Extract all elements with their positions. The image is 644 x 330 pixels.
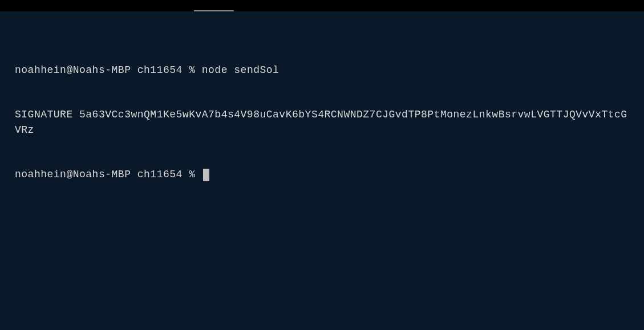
titlebar-tab-underline xyxy=(194,10,234,11)
shell-prompt: noahhein@Noahs-MBP ch11654 % xyxy=(15,169,202,180)
terminal-cursor[interactable] xyxy=(203,169,209,181)
window-titlebar xyxy=(0,0,644,11)
shell-command: node sendSol xyxy=(202,64,280,76)
terminal-output: SIGNATURE 5a63VCc3wnQM1Ke5wKvA7b4s4V98uC… xyxy=(15,107,629,137)
shell-prompt: noahhein@Noahs-MBP ch11654 % xyxy=(15,64,202,76)
terminal-area[interactable]: noahhein@Noahs-MBP ch11654 % node sendSo… xyxy=(0,11,644,197)
terminal-line: noahhein@Noahs-MBP ch11654 % node sendSo… xyxy=(15,63,629,78)
terminal-line: noahhein@Noahs-MBP ch11654 % xyxy=(15,167,629,182)
